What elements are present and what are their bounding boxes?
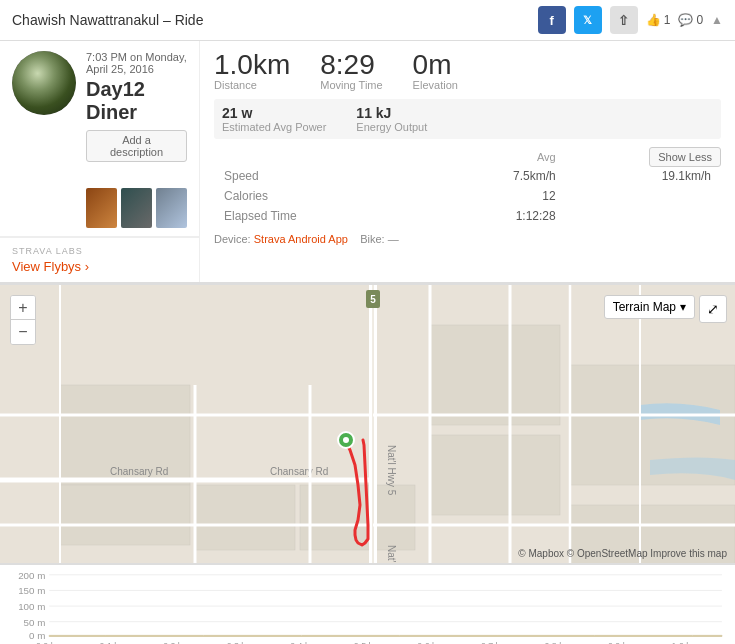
zoom-out-button[interactable]: − — [11, 320, 35, 344]
facebook-button[interactable]: f — [538, 6, 566, 34]
twitter-button[interactable]: 𝕏 — [574, 6, 602, 34]
photo-thumbnails — [86, 188, 187, 228]
fullscreen-icon: ⤢ — [707, 301, 719, 317]
svg-rect-4 — [430, 325, 560, 425]
calories-row: Calories 12 — [216, 187, 719, 205]
more-chevron-icon[interactable]: ▲ — [711, 13, 723, 27]
svg-text:Nat'l Hwy 5: Nat'l Hwy 5 — [386, 445, 397, 496]
elevation-label: Elevation — [413, 79, 458, 91]
activity-name: Day12 Diner — [86, 78, 187, 124]
distance-label: Distance — [214, 79, 290, 91]
svg-rect-5 — [430, 435, 560, 515]
moving-time-label: Moving Time — [320, 79, 382, 91]
page-header: Chawish Nawattranakul – Ride f 𝕏 ⇧ 👍 1 💬… — [0, 0, 735, 41]
activity-info: 7:03 PM on Monday, April 25, 2016 Day12 … — [0, 41, 199, 237]
svg-text:Chansary Rd: Chansary Rd — [110, 466, 168, 477]
stat-distance: 1.0km Distance — [214, 51, 290, 91]
thumbs-up-icon: 👍 — [646, 13, 661, 27]
map-zoom-controls: + − — [10, 295, 36, 345]
stats-mid: 21 w Estimated Avg Power 11 kJ Energy Ou… — [214, 99, 721, 139]
device-row: Device: Strava Android App Bike: — — [214, 233, 721, 245]
elevation-chart-svg: 200 m 150 m 100 m 50 m 0 m 0.0 km 0.1 km… — [0, 565, 735, 644]
elevation-value: 0m — [413, 51, 458, 79]
avatar — [12, 51, 76, 115]
terrain-map-button[interactable]: Terrain Map ▾ — [604, 295, 695, 319]
zoom-in-button[interactable]: + — [11, 296, 35, 320]
elapsed-avg: 1:12:28 — [426, 207, 564, 225]
header-actions: f 𝕏 ⇧ 👍 1 💬 0 ▲ — [538, 6, 723, 34]
power-value: 21 w — [222, 105, 326, 121]
svg-text:0 m: 0 m — [29, 630, 45, 641]
power-label: Estimated Avg Power — [222, 121, 326, 133]
photo-thumb-3[interactable] — [156, 188, 187, 228]
stat-elevation: 0m Elevation — [413, 51, 458, 91]
map-attribution: © Mapbox © OpenStreetMap Improve this ma… — [518, 548, 727, 559]
photo-thumb-1[interactable] — [86, 188, 117, 228]
share-button[interactable]: ⇧ — [610, 6, 638, 34]
stat-energy: 11 kJ Energy Output — [356, 105, 427, 133]
distance-value: 1.0km — [214, 51, 290, 79]
activity-meta: 7:03 PM on Monday, April 25, 2016 Day12 … — [86, 51, 187, 170]
svg-rect-32 — [8, 565, 727, 644]
elapsed-row: Elapsed Time 1:12:28 — [216, 207, 719, 225]
info-row: 7:03 PM on Monday, April 25, 2016 Day12 … — [0, 41, 735, 283]
speed-label: Speed — [216, 167, 424, 185]
left-column: 7:03 PM on Monday, April 25, 2016 Day12 … — [0, 41, 200, 282]
bike-label: Bike: — — [360, 233, 399, 245]
add-description-button[interactable]: Add a description — [86, 130, 187, 162]
avatar-image — [12, 51, 76, 115]
svg-text:50 m: 50 m — [24, 617, 46, 628]
terrain-map-label: Terrain Map — [613, 300, 676, 314]
comment-icon: 💬 — [678, 13, 693, 27]
fullscreen-button[interactable]: ⤢ — [699, 295, 727, 323]
photo-thumb-2[interactable] — [121, 188, 152, 228]
svg-text:150 m: 150 m — [18, 585, 45, 596]
svg-rect-3 — [60, 485, 190, 545]
map-section: 5 Chansary Rd Chansary Rd Nat'l Hwy 5 Na… — [0, 283, 735, 563]
stats-panel: 1.0km Distance 8:29 Moving Time 0m Eleva… — [200, 41, 735, 282]
strava-labs-section: STRAVA LABS View Flybys › — [0, 237, 199, 282]
calories-avg: 12 — [426, 187, 564, 205]
speed-row: Speed 7.5km/h 19.1km/h — [216, 167, 719, 185]
svg-text:Nat'l Hwy 5: Nat'l Hwy 5 — [386, 545, 397, 563]
comment-count: 💬 0 — [678, 13, 703, 27]
map-svg: 5 Chansary Rd Chansary Rd Nat'l Hwy 5 Na… — [0, 285, 735, 563]
svg-text:200 m: 200 m — [18, 570, 45, 581]
activity-time: 7:03 PM on Monday, April 25, 2016 — [86, 51, 187, 75]
device-label: Device: — [214, 233, 251, 245]
elapsed-label: Elapsed Time — [216, 207, 424, 225]
stats-table: Avg Max Speed 7.5km/h 19.1km/h Calories … — [214, 147, 721, 227]
energy-value: 11 kJ — [356, 105, 427, 121]
like-count: 👍 1 — [646, 13, 671, 27]
speed-avg: 7.5km/h — [426, 167, 564, 185]
stats-detail: Show Less Avg Max Speed 7.5km/h 19.1km/h — [214, 147, 721, 245]
svg-text:Chansary Rd: Chansary Rd — [270, 466, 328, 477]
stat-power: 21 w Estimated Avg Power — [222, 105, 326, 133]
page-title: Chawish Nawattranakul – Ride — [12, 12, 203, 28]
strava-labs-label: STRAVA LABS — [12, 246, 83, 256]
stats-top: 1.0km Distance 8:29 Moving Time 0m Eleva… — [214, 51, 721, 91]
col-avg-header: Avg — [426, 149, 564, 165]
svg-text:5: 5 — [370, 294, 376, 305]
moving-time-value: 8:29 — [320, 51, 382, 79]
view-flybys-link[interactable]: View Flybys › — [12, 259, 89, 274]
stat-moving-time: 8:29 Moving Time — [320, 51, 382, 91]
elevation-section: 200 m 150 m 100 m 50 m 0 m 0.0 km 0.1 km… — [0, 563, 735, 644]
speed-max: 19.1km/h — [566, 167, 719, 185]
svg-point-31 — [343, 437, 349, 443]
terrain-dropdown-icon: ▾ — [680, 300, 686, 314]
calories-label: Calories — [216, 187, 424, 205]
svg-rect-8 — [195, 485, 295, 550]
svg-text:100 m: 100 m — [18, 601, 45, 612]
show-less-button[interactable]: Show Less — [649, 147, 721, 167]
device-link[interactable]: Strava Android App — [254, 233, 348, 245]
energy-label: Energy Output — [356, 121, 427, 133]
